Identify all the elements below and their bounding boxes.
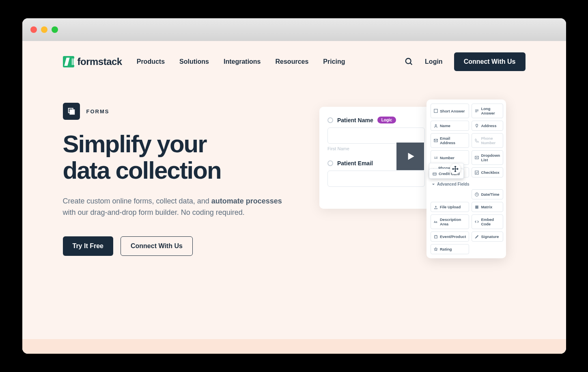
svg-line-1 [410, 63, 412, 65]
footer-band [22, 339, 566, 354]
svg-point-23 [477, 208, 478, 208]
svg-point-21 [478, 207, 478, 208]
svg-text:Aa: Aa [434, 221, 437, 223]
svg-point-18 [478, 205, 478, 206]
nav-right: Login Connect With Us [405, 52, 525, 71]
svg-point-24 [478, 208, 478, 208]
svg-rect-11 [475, 156, 478, 159]
field-label: Patient Name [337, 117, 373, 123]
chip-embed[interactable]: Embed Code [472, 214, 503, 229]
chip-fileupload[interactable]: File Upload [431, 202, 469, 212]
svg-point-0 [406, 58, 411, 64]
chip-matrix[interactable]: Matrix [472, 202, 503, 212]
window-close-button[interactable] [30, 26, 37, 33]
svg-point-20 [477, 207, 478, 208]
svg-point-22 [476, 208, 476, 208]
nav-solutions[interactable]: Solutions [179, 58, 209, 65]
chip-checkbox[interactable]: Checkbox [472, 167, 503, 177]
svg-point-19 [476, 207, 476, 208]
chip-signature[interactable]: Signature [472, 231, 503, 242]
category-badge: FORMS [63, 103, 288, 120]
browser-chrome [22, 18, 566, 41]
logic-badge: Logic [377, 117, 396, 123]
svg-point-17 [477, 205, 478, 206]
nav-cta-button[interactable]: Connect With Us [454, 52, 526, 71]
nav-pricing[interactable]: Pricing [323, 58, 345, 65]
svg-text:123: 123 [434, 156, 438, 159]
hero-visual: Patient Name Logic First Name Patient Em… [300, 103, 526, 256]
hero-title-line2: data collection [63, 157, 221, 184]
login-link[interactable]: Login [425, 58, 443, 65]
hero-copy: FORMS Simplify your data collection Crea… [63, 103, 288, 256]
hero-desc-bold: automate processes [211, 197, 282, 205]
svg-rect-26 [435, 236, 437, 238]
email-input[interactable] [327, 171, 425, 187]
try-free-button[interactable]: Try It Free [63, 236, 113, 256]
hero-title: Simplify your data collection [63, 131, 288, 184]
radio-icon [327, 117, 333, 123]
chip-rating[interactable]: Rating [431, 244, 469, 254]
forms-icon [63, 103, 80, 120]
logo-icon [63, 56, 74, 67]
play-video-button[interactable] [396, 143, 424, 170]
chip-phone[interactable]: Phone Number [472, 133, 503, 148]
svg-point-8 [435, 124, 436, 125]
name-input[interactable] [327, 128, 425, 144]
svg-rect-14 [475, 171, 478, 174]
nav-links: Products Solutions Integrations Resource… [137, 58, 345, 65]
advanced-fields-header: Advanced Fields [431, 180, 503, 187]
window-maximize-button[interactable] [52, 26, 58, 33]
field-label: Patient Email [337, 160, 373, 167]
chip-short-answer[interactable]: Short Answer [431, 104, 469, 118]
nav-integrations[interactable]: Integrations [224, 58, 261, 65]
chip-datetime[interactable]: Date/Time [472, 189, 503, 199]
product-mockup: Patient Name Logic First Name Patient Em… [319, 107, 506, 209]
nav-resources[interactable]: Resources [276, 58, 309, 65]
radio-icon [327, 160, 333, 166]
svg-point-16 [476, 205, 476, 206]
chip-description[interactable]: AaDescription Area [431, 214, 469, 229]
nav-products[interactable]: Products [137, 58, 165, 65]
svg-rect-3 [70, 110, 74, 114]
hero-description: Create custom online forms, collect data… [63, 195, 288, 219]
card-icon [433, 172, 437, 176]
category-label: FORMS [86, 108, 110, 115]
hero-ctas: Try It Free Connect With Us [63, 236, 288, 256]
logo-text: formstack [78, 56, 122, 67]
chip-address[interactable]: Address [472, 121, 503, 131]
search-icon[interactable] [405, 57, 414, 66]
play-icon [405, 151, 416, 162]
browser-window: formstack Products Solutions Integration… [22, 18, 566, 354]
connect-button[interactable]: Connect With Us [121, 236, 193, 256]
page-content: formstack Products Solutions Integration… [22, 41, 566, 354]
svg-rect-4 [434, 109, 437, 112]
chip-email[interactable]: Email Address [431, 133, 469, 148]
chip-event[interactable]: Event/Product [431, 231, 469, 242]
hero-section: FORMS Simplify your data collection Crea… [22, 82, 566, 256]
hero-desc-post: with our drag-and-drop form builder. No … [63, 208, 245, 216]
main-nav: formstack Products Solutions Integration… [22, 41, 566, 82]
chip-name[interactable]: Name [431, 121, 469, 131]
field-palette: Short Answer Long Answer Name Address Em… [426, 99, 506, 258]
window-minimize-button[interactable] [41, 26, 47, 33]
svg-rect-9 [434, 139, 437, 142]
hero-title-line1: Simplify your [63, 130, 207, 158]
chip-dropdown[interactable]: Dropdown List [472, 150, 503, 165]
move-cursor-icon [450, 164, 461, 174]
chip-long-answer[interactable]: Long Answer [472, 104, 503, 118]
hero-desc-pre: Create custom online forms, collect data… [63, 197, 211, 205]
logo[interactable]: formstack [63, 56, 122, 67]
